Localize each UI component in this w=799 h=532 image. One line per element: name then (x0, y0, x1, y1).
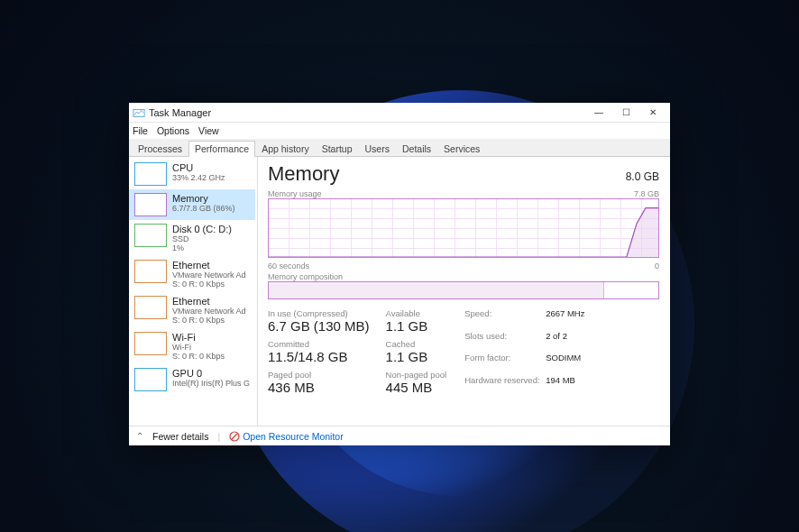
sidebar-item-sub: Wi-Fi (172, 343, 225, 352)
sidebar-item-sub2: S: 0 R: 0 Kbps (172, 352, 225, 361)
sidebar-list[interactable]: CPU33% 2.42 GHzMemory6.7/7.8 GB (86%)Dis… (129, 157, 255, 426)
main-panel: Memory 8.0 GB Memory usage 7.8 GB 60 sec… (259, 157, 670, 426)
stat-commit-value: 11.5/14.8 GB (268, 349, 370, 364)
stat-nonpaged-value: 445 MB (386, 380, 447, 395)
meta-slots-label: Slots used: (464, 331, 546, 352)
meta-hw-value: 194 MB (546, 375, 584, 396)
tab-services[interactable]: Services (437, 141, 486, 157)
sidebar-item-label: Ethernet (172, 260, 246, 271)
sidebar-item-cpu[interactable]: CPU33% 2.42 GHz (129, 159, 255, 189)
resource-monitor-icon (229, 431, 240, 442)
sidebar-item-ethernet[interactable]: EthernetVMware Network AdS: 0 R: 0 Kbps (129, 292, 255, 328)
menu-bar: File Options View (129, 123, 670, 139)
sidebar-thumb-icon (134, 193, 167, 216)
sidebar-item-label: GPU 0 (172, 368, 250, 379)
menu-view[interactable]: View (198, 125, 219, 136)
open-resource-monitor-link[interactable]: Open Resource Monitor (229, 431, 343, 442)
memory-composition-graph[interactable] (268, 281, 659, 299)
memory-stats: In use (Compressed) 6.7 GB (130 MB) Avai… (268, 308, 446, 395)
window-title: Task Manager (149, 107, 211, 118)
graph-x-right: 0 (655, 261, 659, 271)
page-title: Memory (268, 162, 339, 186)
stat-commit-label: Committed (268, 339, 370, 349)
sidebar-thumb-icon (134, 296, 167, 319)
graph-x-left: 60 seconds (268, 261, 309, 271)
tab-app-history[interactable]: App history (255, 141, 316, 157)
meta-form-label: Form factor: (464, 353, 546, 373)
sidebar-item-sub: VMware Network Ad (172, 271, 246, 280)
sidebar-thumb-icon (134, 224, 167, 247)
sidebar-item-disk-0-c-d-[interactable]: Disk 0 (C: D:)SSD1% (129, 220, 255, 256)
sidebar-item-sub: 6.7/7.8 GB (86%) (172, 204, 235, 213)
tab-processes[interactable]: Processes (132, 141, 188, 157)
sidebar-item-gpu-0[interactable]: GPU 0Intel(R) Iris(R) Plus G (129, 364, 255, 395)
fewer-details-link[interactable]: Fewer details (152, 431, 208, 442)
memory-usage-graph[interactable] (268, 198, 659, 258)
stat-inuse-label: In use (Compressed) (268, 308, 370, 318)
menu-file[interactable]: File (133, 125, 148, 136)
sidebar-item-sub2: 1% (172, 243, 232, 252)
sidebar-item-wi-fi[interactable]: Wi-FiWi-FiS: 0 R: 0 Kbps (129, 328, 255, 364)
meta-slots-value: 2 of 2 (546, 331, 584, 352)
meta-hw-label: Hardware reserved: (464, 375, 546, 396)
app-icon (133, 106, 145, 119)
sidebar-item-label: Ethernet (172, 296, 246, 307)
sidebar-item-sub2: S: 0 R: 0 Kbps (172, 316, 246, 325)
sidebar-item-sub: VMware Network Ad (172, 307, 246, 316)
stat-cached-label: Cached (386, 339, 447, 349)
sidebar-thumb-icon (134, 368, 167, 391)
minimize-button[interactable]: — (585, 103, 612, 123)
stat-nonpaged-label: Non-paged pool (386, 370, 447, 380)
sidebar-thumb-icon (134, 260, 167, 283)
stat-paged-label: Paged pool (268, 370, 370, 380)
sidebar-item-sub: 33% 2.42 GHz (172, 173, 225, 182)
sidebar-thumb-icon (134, 162, 167, 186)
stat-paged-value: 436 MB (268, 380, 370, 395)
svg-line-2 (232, 434, 237, 439)
graph-composition-label: Memory composition (268, 272, 343, 281)
sidebar-item-sub2: S: 0 R: 0 Kbps (172, 280, 246, 289)
graph-usage-max: 7.8 GB (634, 189, 659, 198)
capacity-value: 8.0 GB (626, 170, 659, 183)
meta-speed-value: 2667 MHz (546, 308, 584, 329)
close-button[interactable]: ✕ (639, 103, 666, 123)
sidebar-item-label: Memory (172, 193, 235, 204)
tab-details[interactable]: Details (396, 141, 437, 157)
tab-performance[interactable]: Performance (188, 141, 255, 157)
sidebar-item-label: Disk 0 (C: D:) (172, 224, 232, 234)
memory-meta: Speed: 2667 MHz Slots used: 2 of 2 Form … (464, 308, 584, 395)
sidebar-item-sub: Intel(R) Iris(R) Plus G (172, 379, 250, 388)
menu-options[interactable]: Options (157, 125, 189, 136)
graph-usage-label: Memory usage (268, 189, 322, 198)
sidebar-item-label: Wi-Fi (172, 332, 225, 343)
open-resource-monitor-label: Open Resource Monitor (243, 431, 343, 442)
meta-speed-label: Speed: (464, 308, 546, 329)
sidebar-item-memory[interactable]: Memory6.7/7.8 GB (86%) (129, 189, 255, 220)
footer: ⌃ Fewer details | Open Resource Monitor (129, 426, 670, 445)
sidebar-item-sub: SSD (172, 234, 232, 243)
stat-inuse-value: 6.7 GB (130 MB) (268, 318, 370, 334)
sidebar-item-label: CPU (172, 162, 225, 173)
titlebar[interactable]: Task Manager — ☐ ✕ (129, 103, 670, 123)
performance-sidebar: CPU33% 2.42 GHzMemory6.7/7.8 GB (86%)Dis… (129, 157, 255, 426)
stat-cached-value: 1.1 GB (386, 349, 447, 364)
meta-form-value: SODIMM (546, 353, 584, 373)
chevron-up-icon[interactable]: ⌃ (136, 431, 143, 441)
stat-avail-label: Available (386, 308, 447, 318)
sidebar-item-ethernet[interactable]: EthernetVMware Network AdS: 0 R: 0 Kbps (129, 256, 255, 292)
tabs-bar: Processes Performance App history Startu… (129, 139, 670, 157)
stat-avail-value: 1.1 GB (386, 318, 447, 334)
tab-users[interactable]: Users (359, 141, 396, 157)
task-manager-window: Task Manager — ☐ ✕ File Options View Pro… (129, 103, 670, 445)
tab-startup[interactable]: Startup (316, 141, 359, 157)
sidebar-thumb-icon (134, 332, 167, 355)
maximize-button[interactable]: ☐ (612, 103, 639, 123)
